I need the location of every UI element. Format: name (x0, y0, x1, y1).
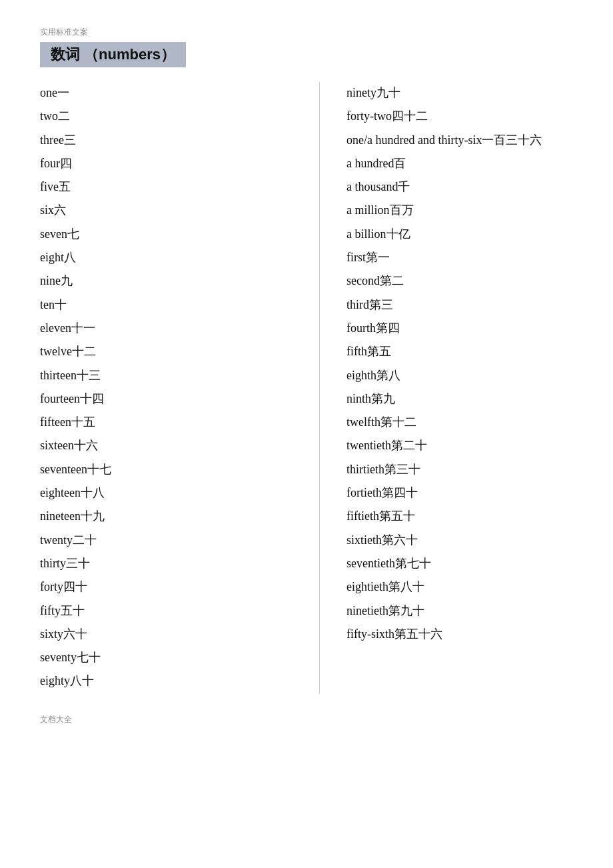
chinese-word: 百万 (390, 203, 414, 217)
chinese-word: 五十 (61, 604, 85, 617)
chinese-word: 第五十六 (394, 627, 442, 641)
chinese-word: 九十 (376, 86, 400, 99)
chinese-word: 第八十 (388, 580, 424, 593)
list-item: one一 (40, 82, 299, 104)
english-word: seventy (40, 651, 77, 664)
english-word: twentieth (346, 439, 391, 452)
chinese-word: 一百三十六 (482, 133, 542, 147)
chinese-word: 十六 (74, 439, 98, 452)
english-word: twelve (40, 345, 72, 358)
chinese-word: 十 (55, 298, 67, 311)
english-word: eleven (40, 321, 71, 335)
chinese-word: 百 (394, 157, 406, 170)
english-word: eighth (346, 369, 376, 382)
english-word: fortieth (346, 486, 382, 499)
chinese-word: 四十二 (392, 109, 428, 123)
english-word: a million (346, 203, 390, 217)
chinese-word: 三十 (66, 557, 90, 570)
chinese-word: 第九 (371, 392, 395, 405)
english-word: fifty (40, 604, 61, 617)
list-item: ninety九十 (346, 82, 573, 104)
list-item: twentieth第二十 (346, 435, 573, 457)
chinese-word: 第六十 (382, 533, 418, 547)
english-word: sixtieth (346, 533, 382, 547)
english-word: seven (40, 227, 67, 241)
english-word: a thousand (346, 180, 398, 193)
list-item: a thousand千 (346, 176, 573, 198)
list-item: nine九 (40, 270, 299, 292)
list-item: fortieth第四十 (346, 482, 573, 504)
list-item: fifteen十五 (40, 411, 299, 433)
list-item: fourteen十四 (40, 388, 299, 410)
list-item: fourth第四 (346, 317, 573, 339)
list-item: twelve十二 (40, 341, 299, 363)
list-item: one/a hundred and thirty-six一百三十六 (346, 129, 573, 151)
english-word: ninety (346, 86, 376, 99)
english-word: ninth (346, 392, 371, 405)
english-word: a billion (346, 227, 386, 241)
content-area: one一two二three三four四five五six六seven七eight八… (40, 82, 573, 694)
chinese-word: 第二十 (391, 439, 427, 452)
list-item: a hundred百 (346, 153, 573, 175)
english-word: three (40, 133, 64, 147)
english-word: sixteen (40, 439, 74, 452)
page-wrapper: 实用标准文案 数词 （numbers） one一two二three三four四f… (0, 0, 613, 868)
chinese-word: 十九 (81, 509, 105, 523)
english-word: second (346, 274, 380, 287)
list-item: twelfth第十二 (346, 411, 573, 433)
list-item: ninth第九 (346, 388, 573, 410)
chinese-word: 十亿 (386, 227, 410, 241)
english-word: forty-two (346, 109, 392, 123)
list-item: seven七 (40, 223, 299, 245)
english-word: fiftieth (346, 509, 379, 523)
english-word: a hundred (346, 157, 394, 170)
chinese-word: 十四 (80, 392, 104, 405)
list-item: fifty-sixth第五十六 (346, 623, 573, 645)
list-item: ninetieth第九十 (346, 600, 573, 622)
chinese-word: 三 (64, 133, 76, 147)
list-item: seventy七十 (40, 647, 299, 669)
chinese-word: 一 (57, 86, 69, 99)
list-item: sixteen十六 (40, 435, 299, 457)
list-item: fifty五十 (40, 600, 299, 622)
list-item: thirty三十 (40, 553, 299, 575)
english-word: seventeen (40, 463, 87, 476)
list-item: eighth第八 (346, 365, 573, 387)
english-word: thirteen (40, 369, 77, 382)
english-word: third (346, 298, 369, 311)
list-item: ten十 (40, 294, 299, 316)
english-word: fifth (346, 345, 367, 358)
chinese-word: 七 (67, 227, 79, 241)
english-word: thirtieth (346, 463, 384, 476)
chinese-word: 第一 (366, 251, 390, 264)
list-item: seventieth第七十 (346, 553, 573, 575)
chinese-word: 第五 (367, 345, 391, 358)
chinese-word: 第四十 (382, 486, 418, 499)
chinese-word: 六 (54, 203, 66, 217)
english-word: fifty-sixth (346, 627, 394, 641)
list-item: thirtieth第三十 (346, 459, 573, 481)
left-column: one一two二three三four四five五six六seven七eight八… (40, 82, 320, 694)
english-word: forty (40, 580, 63, 593)
chinese-word: 第三 (369, 298, 393, 311)
list-item: first第一 (346, 247, 573, 269)
english-word: two (40, 109, 58, 123)
list-item: six六 (40, 199, 299, 221)
english-word: four (40, 157, 60, 170)
list-item: second第二 (346, 270, 573, 292)
english-word: ten (40, 298, 55, 311)
english-word: five (40, 180, 59, 193)
english-word: first (346, 251, 366, 264)
title-bar: 数词 （numbers） (40, 42, 186, 67)
watermark-bottom: 文档大全 (40, 714, 573, 725)
list-item: sixtieth第六十 (346, 529, 573, 551)
english-word: six (40, 203, 54, 217)
chinese-word: 千 (398, 180, 410, 193)
list-item: eightieth第八十 (346, 576, 573, 598)
list-item: fiftieth第五十 (346, 505, 573, 527)
chinese-word: 六十 (63, 627, 87, 641)
list-item: a million百万 (346, 199, 573, 221)
list-item: sixty六十 (40, 623, 299, 645)
english-word: twenty (40, 533, 73, 547)
list-item: forty四十 (40, 576, 299, 598)
